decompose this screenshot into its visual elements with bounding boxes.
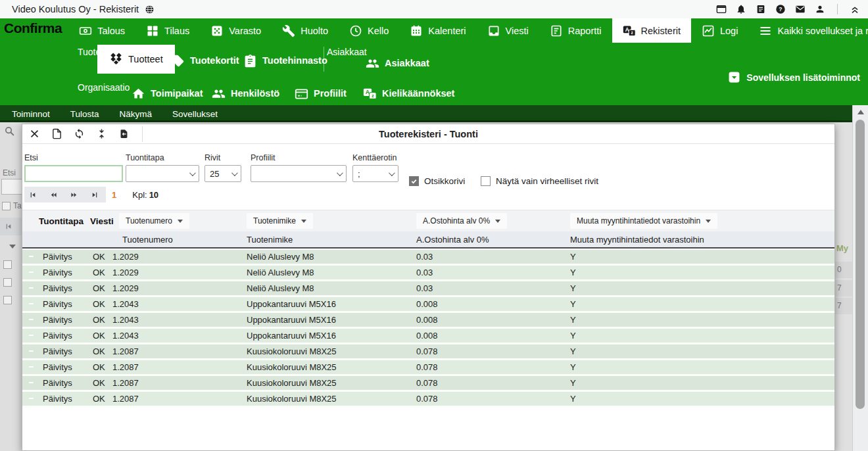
- subnav-item-tuotteet[interactable]: Tuotteet: [97, 45, 175, 74]
- table-row[interactable]: Päivitys OK 1.2087 Kuusiokoloruuvi M8X25…: [22, 376, 834, 392]
- subnav-item-tuotekortit[interactable]: Tuotekortit: [171, 51, 239, 70]
- etsi-input[interactable]: [24, 165, 123, 182]
- first-page-icon[interactable]: [5, 223, 12, 230]
- menu-toiminnot[interactable]: Toiminnot: [12, 109, 50, 119]
- otsikkorivi-checkbox[interactable]: Otsikkorivi: [409, 176, 465, 186]
- group-label-organisaatio: Organisaatio: [78, 82, 130, 93]
- translate-icon: Az: [623, 24, 636, 37]
- card-icon: [295, 87, 308, 101]
- scrollbar-thumb[interactable]: [856, 120, 865, 409]
- tuontitapa-select[interactable]: [126, 165, 199, 182]
- scroll-up-icon[interactable]: [857, 110, 864, 114]
- diamonds-icon: [109, 53, 123, 66]
- nav-item-kello[interactable]: Kello: [339, 18, 399, 43]
- rivit-select[interactable]: 25: [205, 165, 241, 182]
- pager-buttons: [24, 187, 106, 202]
- table-row[interactable]: Päivitys OK 1.2087 Kuusiokoloruuvi M8X25…: [22, 344, 834, 360]
- background-row-checkbox[interactable]: [3, 260, 12, 269]
- app-window: Video Koulutus Oy - Rekisterit ? Confirm…: [0, 0, 868, 451]
- nav-item-logi[interactable]: Logi: [691, 18, 748, 43]
- bell-icon[interactable]: [736, 4, 746, 14]
- background-window-right: My 0 7 7: [835, 122, 852, 451]
- user-icon[interactable]: [815, 4, 825, 14]
- filter-profiilit: Profiilit: [251, 153, 347, 182]
- background-column-header: My: [836, 243, 848, 253]
- pricelist-icon: [243, 54, 257, 68]
- banknote-icon: [79, 24, 92, 37]
- filter-kenttaerotin: Kenttäerotin ;: [352, 153, 398, 182]
- kenttaerotin-select[interactable]: ;: [352, 165, 398, 182]
- table-row[interactable]: Päivitys OK 1.2043 Uppokantaruuvi M5X16 …: [22, 297, 834, 313]
- nav-item-viesti[interactable]: Viesti: [477, 18, 539, 43]
- profiilit-select[interactable]: [251, 165, 347, 182]
- news-icon[interactable]: [756, 4, 766, 14]
- etsi-label: Etsi: [24, 153, 123, 162]
- tiles-icon: [146, 24, 159, 37]
- nav-item-talous[interactable]: Talous: [68, 18, 135, 43]
- mail-icon[interactable]: [795, 4, 806, 14]
- import-file-icon[interactable]: [118, 128, 130, 139]
- nav-items: Talous Tilaus Varasto Huolto Kello: [68, 18, 868, 43]
- nav-item-rekisterit[interactable]: Az Rekisterit: [612, 18, 691, 43]
- nav-item-varasto[interactable]: Varasto: [200, 18, 272, 43]
- first-page-icon[interactable]: [30, 191, 37, 199]
- nav-item-raportti[interactable]: Raportti: [539, 18, 612, 43]
- table-row[interactable]: Päivitys OK 1.2029 Neliö Aluslevy M8 0.0…: [22, 250, 834, 266]
- chevron-down-icon: [389, 170, 395, 176]
- caret-down-icon[interactable]: [9, 245, 16, 249]
- profiilit-label: Profiilit: [251, 153, 347, 162]
- column-mapping-row: Tuontitapa Viesti Tuotenumero Tuotenimik…: [22, 210, 834, 231]
- virheelliset-checkbox[interactable]: Näytä vain virheelliset rivit: [481, 176, 598, 186]
- subnav-item-asiakkaat[interactable]: Asiakkaat: [366, 53, 429, 73]
- search-icon[interactable]: [4, 126, 15, 137]
- prev-page-icon[interactable]: [50, 191, 57, 199]
- subnav-item-henkilosto[interactable]: Henkilöstö: [212, 83, 279, 103]
- table-row[interactable]: Päivitys OK 1.2029 Neliö Aluslevy M8 0.0…: [22, 281, 834, 297]
- table-row[interactable]: Päivitys OK 1.2043 Uppokantaruuvi M5X16 …: [22, 313, 834, 329]
- current-page[interactable]: 1: [112, 190, 116, 200]
- app-extra-actions-button[interactable]: Sovelluksen lisätoiminnot: [728, 71, 860, 83]
- table-row[interactable]: Päivitys OK 1.2087 Kuusiokoloruuvi M8X25…: [22, 392, 834, 408]
- column-selector-tuotenumero[interactable]: Tuotenumero: [119, 213, 189, 229]
- nav-item-tilaus[interactable]: Tilaus: [135, 18, 200, 43]
- group-label-asiakkaat: Asiakkaat: [327, 47, 367, 57]
- collapse-up-icon[interactable]: [850, 4, 860, 14]
- background-row-checkbox[interactable]: [3, 296, 12, 304]
- background-checkbox-ta[interactable]: Ta: [2, 201, 22, 210]
- column-selector-ostohinta[interactable]: A.Ostohinta alv 0%: [416, 213, 507, 229]
- wrench-icon: [282, 24, 295, 37]
- new-document-icon[interactable]: [51, 128, 62, 139]
- column-selector-myyntihinta[interactable]: Muuta myyntihintatiedot varastoihin: [570, 213, 717, 229]
- titlebar: Video Koulutus Oy - Rekisterit ?: [0, 0, 868, 18]
- last-page-icon[interactable]: [91, 191, 98, 199]
- nav-item-kalenteri[interactable]: Kalenteri: [399, 18, 476, 43]
- refresh-icon[interactable]: [74, 128, 85, 139]
- next-page-icon[interactable]: [70, 191, 78, 199]
- subnav-item-kielikaannokset[interactable]: Az Kielikäännökset: [363, 83, 454, 103]
- toolbar-separator: [142, 126, 143, 142]
- menu-nakyma[interactable]: Näkymä: [120, 109, 153, 119]
- background-search-input[interactable]: [1, 179, 22, 195]
- background-cell: 7: [835, 280, 852, 297]
- help-icon[interactable]: ?: [775, 4, 786, 14]
- table-row[interactable]: Päivitys OK 1.2043 Uppokantaruuvi M5X16 …: [22, 329, 834, 344]
- nav-item-kaikki-sovellukset[interactable]: Kaikki sovellukset ja rekisterit: [748, 18, 868, 43]
- titlebar-separator: [837, 4, 838, 14]
- nav-item-huolto[interactable]: Huolto: [272, 18, 339, 43]
- chevron-down-icon: [337, 170, 343, 176]
- subnav-item-toimipaikat[interactable]: Toimipaikat: [132, 83, 203, 103]
- background-row-checkbox[interactable]: [3, 278, 12, 287]
- subnav-item-profiilit[interactable]: Profiilit: [295, 83, 347, 103]
- close-icon[interactable]: [29, 128, 40, 139]
- checkbox-unchecked-icon: [481, 176, 491, 186]
- table-row[interactable]: Päivitys OK 1.2087 Kuusiokoloruuvi M8X25…: [22, 360, 834, 376]
- subnav-item-tuotehinnasto[interactable]: Tuotehinnasto: [243, 51, 327, 70]
- vertical-scrollbar[interactable]: [852, 105, 868, 451]
- menu-tulosta[interactable]: Tulosta: [70, 109, 99, 119]
- report-icon: [550, 24, 563, 37]
- compress-icon[interactable]: [96, 128, 107, 139]
- table-row[interactable]: Päivitys OK 1.2029 Neliö Aluslevy M8 0.0…: [22, 266, 834, 281]
- menu-sovellukset[interactable]: Sovellukset: [172, 109, 218, 119]
- app-window-icon[interactable]: [716, 4, 727, 14]
- column-selector-tuotenimike[interactable]: Tuotenimike: [247, 213, 313, 229]
